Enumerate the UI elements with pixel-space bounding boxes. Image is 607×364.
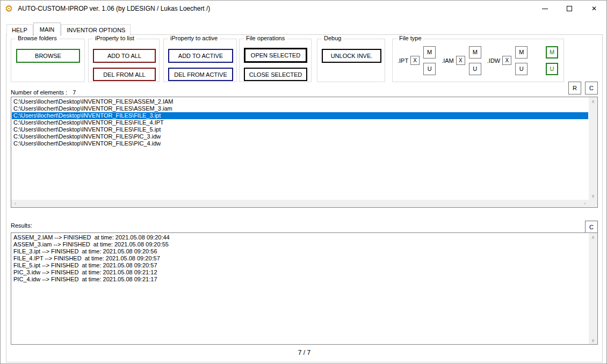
r-button[interactable]: R xyxy=(568,82,581,94)
element-count-label: Number of elements : xyxy=(11,89,67,96)
group-iproperty-to-active: iProperty to active ADD TO ACTIVE DEL FR… xyxy=(163,39,237,82)
result-line[interactable]: PIC_3.idw --> FINISHED at time: 2021.05.… xyxy=(12,269,588,276)
close-icon: ✕ xyxy=(591,5,597,12)
group-file-type: File type .IPT X M U .IAM X xyxy=(392,39,564,82)
window-controls: ✕ xyxy=(532,1,606,17)
scrollbar-corner xyxy=(589,200,597,207)
group-title: Debug xyxy=(322,35,343,41)
result-line[interactable]: ASSEM_3.iam --> FINISHED at time: 2021.0… xyxy=(12,241,588,248)
c-button-results[interactable]: C xyxy=(585,221,598,234)
group-title: iProperty to active xyxy=(168,35,220,41)
file-list-rows: C:\Users\llochert\Desktop\INVENTOR_FILES… xyxy=(12,98,588,199)
c-button-list[interactable]: C xyxy=(585,82,598,94)
add-to-active-button[interactable]: ADD TO ACTIVE xyxy=(168,49,233,63)
close-selected-button[interactable]: CLOSE SELECTED xyxy=(244,68,307,81)
result-line[interactable]: FILE_4.IPT --> FINISHED at time: 2021.05… xyxy=(12,255,588,262)
group-title: File operations xyxy=(244,35,287,41)
result-line[interactable]: FILE_5.ipt --> FINISHED at time: 2021.05… xyxy=(12,262,588,269)
add-to-all-button[interactable]: ADD TO ALL xyxy=(93,49,156,63)
window-title: AUTO-CUSTOM-IPROP ver. 1.06 (by LDESIGN … xyxy=(18,5,210,12)
results-label: Results: xyxy=(11,222,32,229)
minimize-icon xyxy=(542,9,548,9)
result-line[interactable]: ASSEM_2.IAM --> FINISHED at time: 2021.0… xyxy=(12,234,588,241)
open-selected-button[interactable]: OPEN SELECTED xyxy=(244,48,307,63)
del-from-active-button[interactable]: DEL FROM ACTIVE xyxy=(168,68,233,81)
scroll-down-arrow-icon[interactable]: ∨ xyxy=(589,192,597,200)
results-rows: ASSEM_2.IAM --> FINISHED at time: 2021.0… xyxy=(12,234,588,343)
file-type-row: .IPT X M U .IAM X M U xyxy=(393,39,563,82)
result-line[interactable]: PIC_4.idw --> FINISHED at time: 2021.05.… xyxy=(12,276,588,283)
file-list-vertical-scrollbar[interactable]: ∧ ∨ xyxy=(589,97,597,200)
tab[interactable]: INVENTOR OPTIONS xyxy=(61,24,131,35)
file-list-item[interactable]: C:\Users\llochert\Desktop\INVENTOR_FILES… xyxy=(12,126,588,133)
file-type-all-m-button[interactable]: M xyxy=(546,46,558,59)
tab[interactable]: MAIN xyxy=(33,23,61,36)
scroll-down-arrow-icon[interactable]: ∨ xyxy=(589,336,597,344)
file-list-item[interactable]: C:\Users\llochert\Desktop\INVENTOR_FILES… xyxy=(12,105,588,112)
file-type-item: .IDW X M U xyxy=(487,46,527,75)
file-type-m-button[interactable]: M xyxy=(423,46,436,59)
file-list-item[interactable]: C:\Users\llochert\Desktop\INVENTOR_FILES… xyxy=(12,133,588,140)
minimize-button[interactable] xyxy=(532,1,557,17)
file-list-item[interactable]: C:\Users\llochert\Desktop\INVENTOR_FILES… xyxy=(12,119,588,126)
file-list-item[interactable]: C:\Users\llochert\Desktop\INVENTOR_FILES… xyxy=(12,140,588,147)
title-bar: ⚙ AUTO-CUSTOM-IPROP ver. 1.06 (by LDESIG… xyxy=(1,1,606,17)
file-type-x-button[interactable]: X xyxy=(456,56,465,65)
file-type-mu-stack: M U xyxy=(423,46,436,75)
unlock-inventor-button[interactable]: UNLOCK INVE. xyxy=(322,49,381,63)
app-window: ⚙ AUTO-CUSTOM-IPROP ver. 1.06 (by LDESIG… xyxy=(0,0,607,364)
scroll-up-arrow-icon[interactable]: ∧ xyxy=(589,97,597,105)
element-count-value: 7 xyxy=(73,89,76,96)
file-type-x-button[interactable]: X xyxy=(410,56,420,65)
file-type-all-mu-stack: M U xyxy=(546,46,558,75)
element-count: Number of elements : 7 xyxy=(11,89,76,96)
file-type-items: .IPT X M U .IAM X M U xyxy=(398,46,546,75)
group-debug: Debug UNLOCK INVE. xyxy=(317,39,385,82)
file-list-item[interactable]: C:\Users\llochert\Desktop\INVENTOR_FILES… xyxy=(12,98,588,105)
close-button[interactable]: ✕ xyxy=(582,1,606,17)
file-type-u-button[interactable]: U xyxy=(469,63,481,75)
file-type-mu-stack: M U xyxy=(515,46,527,75)
maximize-icon xyxy=(567,6,572,11)
app-gear-icon: ⚙ xyxy=(5,4,13,13)
progress-status: 7 / 7 xyxy=(6,349,602,356)
tab[interactable]: HELP xyxy=(6,24,33,35)
group-iproperty-to-list: iProperty to list ADD TO ALL DEL FROM AL… xyxy=(88,39,160,82)
file-type-u-button[interactable]: U xyxy=(515,63,527,75)
file-type-mu-stack: M U xyxy=(469,46,481,75)
browse-button[interactable]: BROWSE xyxy=(16,49,80,63)
result-line[interactable]: FILE_3.ipt --> FINISHED at time: 2021.05… xyxy=(12,248,588,255)
file-type-m-button[interactable]: M xyxy=(469,46,481,59)
file-list-item[interactable]: C:\Users\llochert\Desktop\INVENTOR_FILES… xyxy=(12,112,588,119)
group-browse-folders: Browse folders BROWSE xyxy=(11,39,85,82)
tab-strip: HELPMAININVENTOR OPTIONS xyxy=(6,23,131,35)
scroll-right-arrow-icon[interactable]: › xyxy=(581,200,589,207)
file-type-label: .IPT xyxy=(398,57,408,64)
results-vertical-scrollbar[interactable]: ∧ ∨ xyxy=(589,233,597,344)
file-type-all-u-button[interactable]: U xyxy=(546,63,558,75)
file-list-horizontal-scrollbar[interactable]: ‹ › xyxy=(11,200,589,207)
del-from-all-button[interactable]: DEL FROM ALL xyxy=(93,68,156,81)
scroll-left-arrow-icon[interactable]: ‹ xyxy=(11,200,19,207)
file-type-x-button[interactable]: X xyxy=(502,56,511,65)
file-type-label: .IAM xyxy=(442,57,454,64)
maximize-button[interactable] xyxy=(557,1,582,17)
tab-page-main: Browse folders BROWSE iProperty to list … xyxy=(6,34,603,362)
scroll-up-arrow-icon[interactable]: ∧ xyxy=(589,233,597,241)
group-title: iProperty to list xyxy=(93,35,136,41)
file-type-item: .IAM X M U xyxy=(442,46,481,75)
file-type-item: .IPT X M U xyxy=(398,46,436,75)
file-type-m-button[interactable]: M xyxy=(515,46,527,59)
file-list-box[interactable]: C:\Users\llochert\Desktop\INVENTOR_FILES… xyxy=(11,97,598,208)
group-file-operations: File operations OPEN SELECTED CLOSE SELE… xyxy=(239,39,312,82)
file-type-u-button[interactable]: U xyxy=(423,63,436,75)
results-box[interactable]: ASSEM_2.IAM --> FINISHED at time: 2021.0… xyxy=(11,232,598,345)
file-type-label: .IDW xyxy=(487,57,500,64)
